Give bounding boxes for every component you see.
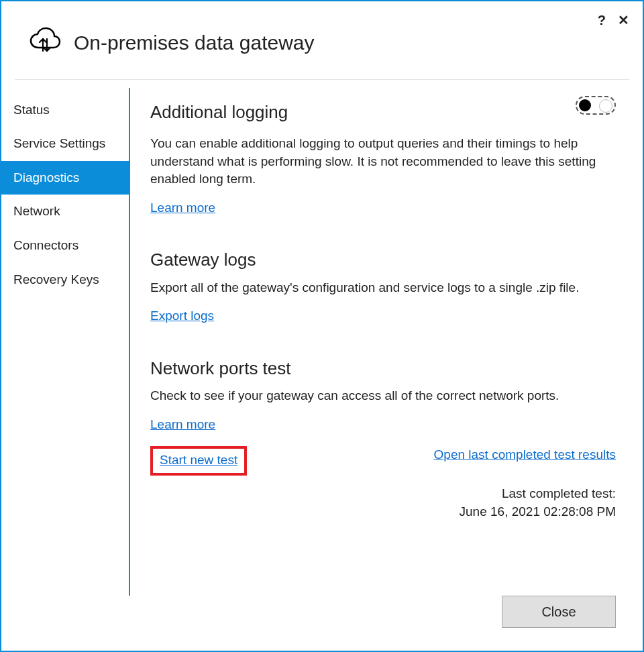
last-completed-test-info: Last completed test: June 16, 2021 02:28… [150, 485, 616, 521]
export-logs-link[interactable]: Export logs [150, 309, 214, 323]
last-completed-test-label: Last completed test: [150, 485, 616, 503]
sidebar-item-diagnostics[interactable]: Diagnostics [1, 161, 129, 195]
section-additional-logging: Additional logging You can enable additi… [150, 96, 616, 217]
open-last-results-link[interactable]: Open last completed test results [434, 446, 616, 464]
sidebar-item-recovery-keys[interactable]: Recovery Keys [1, 263, 129, 297]
page-title: On-premises data gateway [74, 29, 315, 57]
network-ports-title: Network ports test [150, 356, 616, 380]
header: On-premises data gateway [1, 25, 643, 79]
network-ports-learn-more-link[interactable]: Learn more [150, 417, 215, 431]
body: Status Service Settings Diagnostics Netw… [1, 80, 643, 596]
additional-logging-text: You can enable additional logging to out… [150, 135, 616, 188]
gateway-logs-text: Export all of the gateway's configuratio… [150, 279, 616, 297]
section-network-ports: Network ports test Check to see if your … [150, 356, 616, 521]
network-ports-text: Check to see if your gateway can access … [150, 387, 616, 405]
additional-logging-title: Additional logging [150, 100, 288, 124]
sidebar-item-status[interactable]: Status [1, 93, 129, 127]
sidebar-item-service-settings[interactable]: Service Settings [1, 127, 129, 161]
additional-logging-toggle[interactable] [576, 96, 616, 115]
content-area: Additional logging You can enable additi… [130, 88, 643, 596]
close-button[interactable]: Close [502, 596, 616, 628]
start-new-test-highlight: Start new test [150, 446, 247, 476]
start-new-test-link[interactable]: Start new test [160, 453, 237, 467]
gateway-logs-title: Gateway logs [150, 248, 616, 272]
section-gateway-logs: Gateway logs Export all of the gateway's… [150, 248, 616, 325]
last-completed-test-time: June 16, 2021 02:28:08 PM [150, 503, 616, 521]
sidebar-item-network[interactable]: Network [1, 195, 129, 229]
sidebar-item-connectors[interactable]: Connectors [1, 229, 129, 263]
sidebar: Status Service Settings Diagnostics Netw… [1, 88, 130, 596]
additional-logging-learn-more-link[interactable]: Learn more [150, 201, 215, 215]
footer: Close [1, 596, 643, 651]
cloud-gateway-icon [28, 25, 62, 60]
app-window: ? ✕ On-premises data gateway Status Serv… [0, 0, 644, 652]
